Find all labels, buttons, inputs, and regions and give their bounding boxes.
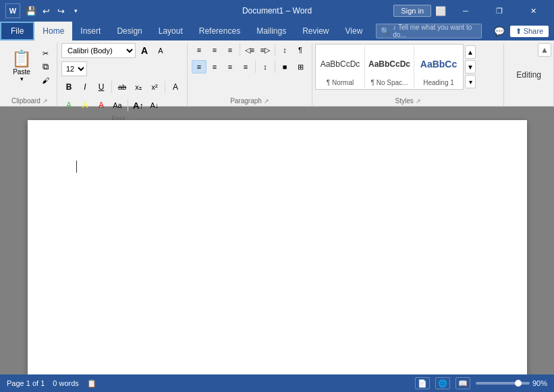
align-left-button[interactable]: ≡ [192, 60, 206, 74]
bold-button[interactable]: B [61, 80, 76, 94]
text-effects-button[interactable]: A [61, 98, 76, 113]
font-size-up-button[interactable]: A↑ [131, 98, 146, 113]
font-row-1: Calibri (Body) A A [61, 43, 168, 58]
format-painter-icon: 🖌 [42, 76, 49, 84]
change-case-button[interactable]: Aa [110, 98, 125, 113]
decrease-indent-button[interactable]: ◁≡ [242, 43, 257, 57]
clipboard-content: 📋 Paste ▾ ✂ ⧉ 🖌 [5, 43, 54, 96]
style-heading1-label: Heading 1 [423, 79, 454, 86]
tab-mailings[interactable]: Mailings [248, 22, 294, 40]
minimize-button[interactable]: ─ [450, 0, 481, 22]
document-title: Document1 – Word [242, 6, 312, 16]
justify-button[interactable]: ≡ [238, 60, 253, 74]
paste-icon: 📋 [11, 51, 32, 67]
tab-layout[interactable]: Layout [150, 22, 191, 40]
close-button[interactable]: ✕ [518, 0, 549, 22]
zoom-slider[interactable] [476, 382, 530, 385]
zoom-area: 90% [476, 379, 547, 387]
redo-button[interactable]: ↪ [54, 4, 67, 18]
bullets-button[interactable]: ≡ [192, 43, 206, 57]
style-nospacing-label: ¶ No Spac... [371, 79, 408, 86]
styles-scroll-up-button[interactable]: ▲ [465, 45, 476, 59]
tab-insert[interactable]: Insert [72, 22, 109, 40]
quick-access-toolbar: 💾 ↩ ↪ ▾ [24, 4, 82, 18]
underline-button[interactable]: U [94, 80, 109, 94]
align-center-button[interactable]: ≡ [207, 60, 222, 74]
restore-button[interactable]: ❐ [484, 0, 515, 22]
undo-button[interactable]: ↩ [39, 4, 53, 18]
style-nospacing-preview: AaBbCcDc [368, 49, 410, 79]
document-page[interactable] [28, 120, 527, 374]
clipboard-expand-icon[interactable]: ↗ [43, 98, 48, 105]
ribbon-display-button[interactable]: ⬜ [434, 4, 447, 18]
styles-scroll-buttons: ▲ ▼ ▾ [465, 45, 476, 88]
title-right-controls: Sign in ⬜ ─ ❐ ✕ [393, 0, 549, 22]
line-spacing-button[interactable]: ↕ [258, 60, 273, 74]
clipboard-group: 📋 Paste ▾ ✂ ⧉ 🖌 Clipboard ↗ [0, 43, 57, 106]
increase-indent-button[interactable]: ≡▷ [258, 43, 273, 57]
show-paragraph-button[interactable]: ¶ [293, 43, 308, 57]
save-button[interactable]: 💾 [24, 4, 38, 18]
paragraph-expand-icon[interactable]: ↗ [264, 98, 269, 105]
style-normal-button[interactable]: AaBbCcDc ¶ Normal [317, 46, 363, 89]
font-color-button[interactable]: A [94, 98, 109, 113]
style-nospacing-button[interactable]: AaBbCcDc ¶ No Spac... [366, 46, 412, 89]
sort-button[interactable]: ↕ [277, 43, 292, 57]
cut-button[interactable]: ✂ [38, 47, 53, 59]
font-size-down-button[interactable]: A↓ [147, 98, 162, 113]
font-size-select[interactable]: 12 [61, 61, 87, 76]
word-logo: W [5, 3, 20, 18]
font-family-select[interactable]: Calibri (Body) [61, 43, 136, 58]
style-heading1-preview: AaBbCc [420, 49, 457, 79]
tab-design[interactable]: Design [109, 22, 150, 40]
format-painter-button[interactable]: 🖌 [38, 74, 53, 86]
print-layout-button[interactable]: 📄 [415, 377, 430, 389]
style-divider2 [414, 46, 414, 88]
borders-button[interactable]: ⊞ [293, 60, 308, 74]
proofing-icon[interactable]: 📋 [87, 379, 96, 388]
copy-button[interactable]: ⧉ [38, 61, 53, 73]
search-icon: 🔍 [381, 27, 390, 36]
multilevel-button[interactable]: ≡ [223, 43, 238, 57]
shading-button[interactable]: ■ [277, 60, 292, 74]
tell-me-input[interactable]: 🔍 ♪ Tell me what you want to do... [376, 24, 481, 38]
tab-file[interactable]: File [0, 22, 34, 40]
styles-more-button[interactable]: ▾ [465, 75, 476, 88]
font-size-increase-button[interactable]: A [153, 43, 168, 58]
share-button[interactable]: ⬆ Share [510, 26, 549, 37]
page-status: Page 1 of 1 [7, 379, 45, 387]
qat-dropdown-button[interactable]: ▾ [69, 4, 82, 18]
font-group: Calibri (Body) A A 12 B I U ab x₂ x² A [57, 43, 188, 106]
zoom-thumb[interactable] [515, 380, 522, 387]
align-right-button[interactable]: ≡ [223, 60, 238, 74]
comment-button[interactable]: 💬 [493, 24, 506, 38]
highlight-button[interactable]: A [78, 98, 92, 113]
tab-view[interactable]: View [337, 22, 371, 40]
tab-home[interactable]: Home [34, 22, 72, 40]
font-size-decrease-button[interactable]: A [137, 43, 152, 58]
styles-scroll-down-button[interactable]: ▼ [465, 60, 476, 74]
paragraph-label: Paragraph ↗ [190, 96, 309, 106]
share-icon: ⬆ [516, 27, 522, 36]
tab-review[interactable]: Review [294, 22, 337, 40]
strikethrough-button[interactable]: ab [115, 80, 130, 94]
copy-icon: ⧉ [43, 61, 49, 72]
title-bar: W 💾 ↩ ↪ ▾ Document1 – Word Sign in ⬜ ─ ❐… [0, 0, 554, 22]
ribbon-collapse-button[interactable]: ▲ [538, 43, 551, 57]
paste-button[interactable]: 📋 Paste ▾ [7, 46, 36, 86]
para-sep1 [240, 44, 240, 56]
style-heading1-button[interactable]: AaBbCc Heading 1 [416, 46, 462, 89]
clear-format-button[interactable]: A [168, 80, 183, 94]
web-layout-button[interactable]: 🌐 [435, 377, 450, 389]
subscript-button[interactable]: x₂ [131, 80, 146, 94]
status-bar: Page 1 of 1 0 words 📋 📄 🌐 📖 90% [0, 374, 554, 392]
title-left: W 💾 ↩ ↪ ▾ [5, 3, 82, 18]
italic-button[interactable]: I [78, 80, 92, 94]
styles-expand-icon[interactable]: ↗ [416, 98, 421, 105]
numbering-button[interactable]: ≡ [207, 43, 222, 57]
superscript-button[interactable]: x² [147, 80, 162, 94]
sign-in-button[interactable]: Sign in [393, 5, 431, 17]
read-mode-button[interactable]: 📖 [455, 377, 470, 389]
status-right: 📄 🌐 📖 90% [415, 377, 547, 389]
tab-references[interactable]: References [191, 22, 248, 40]
